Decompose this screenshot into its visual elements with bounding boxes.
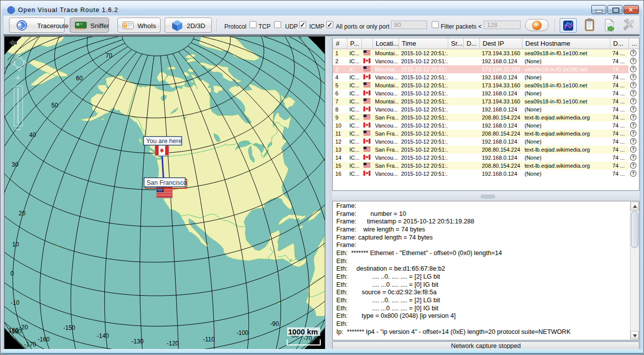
svg-text:?: ? [632, 171, 635, 176]
svg-text:?: ? [632, 50, 635, 55]
svg-text:-20: -20 [19, 324, 28, 331]
svg-text:?: ? [632, 66, 635, 71]
svg-text:60: 60 [76, 75, 83, 82]
svg-text:50: 50 [51, 102, 58, 109]
svg-text:1000 km: 1000 km [288, 327, 318, 336]
svg-text:-110: -110 [203, 336, 214, 343]
svg-text:-130: -130 [132, 338, 144, 345]
svg-text:San Francisco: San Francisco [147, 179, 187, 186]
svg-text:?: ? [632, 131, 635, 136]
svg-text:0: 0 [11, 270, 14, 277]
svg-text:-140: -140 [97, 332, 109, 339]
svg-text:-120: -120 [167, 340, 179, 347]
svg-text:?: ? [632, 58, 635, 63]
svg-text:40: 40 [29, 132, 36, 139]
svg-text:-150: -150 [63, 324, 75, 331]
svg-text:-100: -100 [236, 329, 248, 336]
svg-text:?: ? [632, 98, 635, 103]
svg-text:You are here: You are here [146, 138, 182, 145]
svg-text:?: ? [632, 82, 635, 87]
svg-text:?: ? [632, 155, 635, 160]
svg-text:10: 10 [12, 241, 19, 248]
svg-text:-10: -10 [11, 299, 20, 306]
svg-text:?: ? [632, 139, 635, 144]
svg-text:?: ? [632, 114, 635, 120]
svg-text:?: ? [632, 163, 635, 168]
svg-text:-170: -170 [24, 341, 36, 348]
svg-text:20: 20 [19, 210, 26, 217]
svg-text:-160: -160 [38, 336, 50, 343]
svg-text:?: ? [632, 74, 635, 79]
svg-text:-70: -70 [303, 335, 312, 342]
svg-text:-90: -90 [270, 320, 279, 327]
svg-text:30: 30 [12, 161, 19, 168]
svg-text:?: ? [632, 106, 635, 111]
svg-text:70: 70 [105, 52, 112, 59]
svg-text:?: ? [632, 147, 635, 152]
svg-text:?: ? [632, 90, 635, 95]
svg-text:?: ? [632, 123, 635, 128]
